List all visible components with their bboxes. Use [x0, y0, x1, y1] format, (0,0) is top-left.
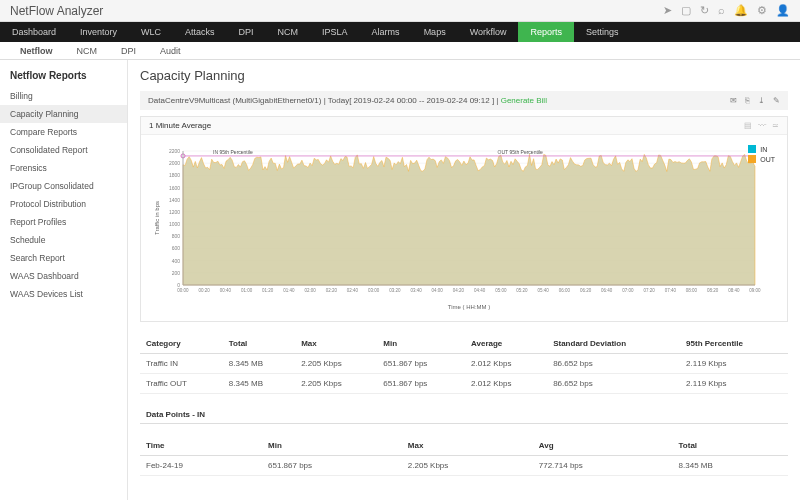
refresh-icon[interactable]: ↻	[700, 4, 709, 17]
svg-text:Traffic in bps: Traffic in bps	[154, 201, 160, 235]
sidebar-item-compare-reports[interactable]: Compare Reports	[0, 123, 127, 141]
svg-text:07:20: 07:20	[643, 288, 655, 293]
nav-tab-workflow[interactable]: Workflow	[458, 22, 519, 42]
svg-text:03:20: 03:20	[389, 288, 401, 293]
nav-tab-attacks[interactable]: Attacks	[173, 22, 227, 42]
svg-text:OUT 95th Percentile: OUT 95th Percentile	[498, 149, 543, 155]
svg-text:03:00: 03:00	[368, 288, 380, 293]
svg-text:06:40: 06:40	[601, 288, 613, 293]
svg-text:400: 400	[172, 258, 181, 264]
sidebar-item-billing[interactable]: Billing	[0, 87, 127, 105]
nav-tab-dashboard[interactable]: Dashboard	[0, 22, 68, 42]
pdf-icon[interactable]: ⎘	[745, 96, 750, 105]
top-icons: ➤ ▢ ↻ ⌕ 🔔 ⚙ 👤	[663, 4, 790, 17]
filter-text: DataCentreV9Multicast (MultiGigabitEther…	[148, 96, 547, 105]
svg-text:00:00: 00:00	[177, 288, 189, 293]
nav-tab-settings[interactable]: Settings	[574, 22, 631, 42]
col-header[interactable]: Standard Deviation	[547, 334, 680, 354]
col-header[interactable]: Min	[262, 436, 402, 456]
table-row: Feb-24-19651.867 bps2.205 Kbps772.714 bp…	[140, 456, 788, 476]
chart-line-icon[interactable]: 〰	[758, 121, 766, 130]
chart-bar-icon[interactable]: ≃	[772, 121, 779, 130]
col-header[interactable]: Total	[223, 334, 295, 354]
col-header[interactable]: 95th Percentile	[680, 334, 788, 354]
page-title: Capacity Planning	[140, 68, 788, 83]
chart-legend: IN OUT	[748, 145, 775, 165]
col-header[interactable]: Category	[140, 334, 223, 354]
sidebar-item-waas-dashboard[interactable]: WAAS Dashboard	[0, 267, 127, 285]
col-header[interactable]: Max	[402, 436, 533, 456]
sidebar-item-consolidated-report[interactable]: Consolidated Report	[0, 141, 127, 159]
sidebar-item-forensics[interactable]: Forensics	[0, 159, 127, 177]
svg-text:01:40: 01:40	[283, 288, 295, 293]
rocket-icon[interactable]: ➤	[663, 4, 672, 17]
mail-icon[interactable]: ✉	[730, 96, 737, 105]
col-header[interactable]: Min	[377, 334, 465, 354]
svg-text:800: 800	[172, 233, 181, 239]
legend-swatch-out	[748, 155, 756, 163]
subnav-netflow[interactable]: Netflow	[8, 46, 65, 56]
nav-tab-ipsla[interactable]: IPSLA	[310, 22, 360, 42]
subnav-ncm[interactable]: NCM	[65, 46, 110, 56]
screen-icon[interactable]: ▢	[681, 4, 691, 17]
svg-text:01:00: 01:00	[241, 288, 253, 293]
search-icon[interactable]: ⌕	[718, 4, 725, 17]
svg-text:02:20: 02:20	[326, 288, 338, 293]
legend-swatch-in	[748, 145, 756, 153]
svg-text:08:20: 08:20	[707, 288, 719, 293]
subnav-dpi[interactable]: DPI	[109, 46, 148, 56]
svg-text:1400: 1400	[169, 197, 180, 203]
svg-text:08:40: 08:40	[728, 288, 740, 293]
nav-tab-reports[interactable]: Reports	[518, 22, 574, 42]
svg-text:03:40: 03:40	[410, 288, 422, 293]
sidebar-item-waas-devices-list[interactable]: WAAS Devices List	[0, 285, 127, 303]
subnav-audit[interactable]: Audit	[148, 46, 193, 56]
chart-area-icon[interactable]: ▤	[744, 121, 752, 130]
col-header[interactable]: Time	[140, 436, 262, 456]
nav-tab-dpi[interactable]: DPI	[227, 22, 266, 42]
traffic-chart: 0200400600800100012001400160018002000220…	[151, 143, 761, 313]
bell-icon[interactable]: 🔔	[734, 4, 748, 17]
main-content: Capacity Planning DataCentreV9Multicast …	[128, 60, 800, 500]
svg-text:1000: 1000	[169, 221, 180, 227]
sidebar-item-ipgroup-consolidated[interactable]: IPGroup Consolidated	[0, 177, 127, 195]
nav-tab-wlc[interactable]: WLC	[129, 22, 173, 42]
svg-text:Time ( HH:MM ): Time ( HH:MM )	[448, 304, 490, 310]
sidebar-item-schedule[interactable]: Schedule	[0, 231, 127, 249]
svg-text:04:20: 04:20	[453, 288, 465, 293]
sidebar: Netflow Reports BillingCapacity Planning…	[0, 60, 128, 500]
svg-text:02:00: 02:00	[304, 288, 316, 293]
svg-text:600: 600	[172, 245, 181, 251]
col-header[interactable]: Total	[673, 436, 788, 456]
nav-tab-maps[interactable]: Maps	[412, 22, 458, 42]
svg-text:06:20: 06:20	[580, 288, 592, 293]
sidebar-item-protocol-distribution[interactable]: Protocol Distribution	[0, 195, 127, 213]
svg-text:08:00: 08:00	[686, 288, 698, 293]
nav-tab-inventory[interactable]: Inventory	[68, 22, 129, 42]
nav-tab-alarms[interactable]: Alarms	[360, 22, 412, 42]
svg-text:07:00: 07:00	[622, 288, 634, 293]
generate-bill-link[interactable]: Generate Bill	[501, 96, 547, 105]
filter-bar: DataCentreV9Multicast (MultiGigabitEther…	[140, 91, 788, 110]
top-bar: NetFlow Analyzer ➤ ▢ ↻ ⌕ 🔔 ⚙ 👤	[0, 0, 800, 22]
sub-nav: NetflowNCMDPIAudit	[0, 42, 800, 60]
nav-tab-ncm[interactable]: NCM	[266, 22, 311, 42]
sidebar-item-capacity-planning[interactable]: Capacity Planning	[0, 105, 127, 123]
edit-icon[interactable]: ✎	[773, 96, 780, 105]
user-icon[interactable]: 👤	[776, 4, 790, 17]
chart-header: 1 Minute Average ▤ 〰 ≃	[141, 117, 787, 135]
svg-text:1600: 1600	[169, 185, 180, 191]
svg-text:200: 200	[172, 270, 181, 276]
col-header[interactable]: Avg	[533, 436, 673, 456]
table-row: Traffic OUT8.345 MB2.205 Kbps651.867 bps…	[140, 374, 788, 394]
sidebar-item-report-profiles[interactable]: Report Profiles	[0, 213, 127, 231]
col-header[interactable]: Max	[295, 334, 377, 354]
sidebar-title: Netflow Reports	[0, 66, 127, 87]
brand-title: NetFlow Analyzer	[10, 4, 103, 18]
svg-text:01:20: 01:20	[262, 288, 274, 293]
svg-text:00:20: 00:20	[199, 288, 211, 293]
sidebar-item-search-report[interactable]: Search Report	[0, 249, 127, 267]
col-header[interactable]: Average	[465, 334, 547, 354]
gear-icon[interactable]: ⚙	[757, 4, 767, 17]
export-icon[interactable]: ⤓	[758, 96, 765, 105]
